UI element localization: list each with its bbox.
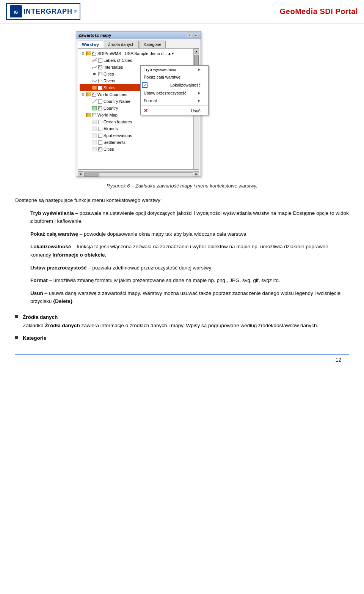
svg-rect-7	[87, 93, 91, 96]
para-usun: Usuń – usuwa daną warstwę z zawartości m…	[30, 289, 349, 306]
bullet-square-kategorie	[15, 336, 18, 339]
checkbox-ocean[interactable]	[98, 120, 102, 124]
checkbox-spot[interactable]	[98, 134, 102, 138]
expander-spot	[87, 134, 91, 137]
checkbox-rivers[interactable]: ✓	[98, 79, 102, 83]
text-ustaw: pozwala zdefiniować przezroczystość dane…	[93, 265, 212, 271]
ctx-usun-label: Usuń	[191, 109, 201, 113]
bullet-zrodla-title-text: Źródła danych	[23, 314, 58, 320]
text-usun-bold: {Delete}	[53, 298, 72, 304]
tree-label-country-name: Country Name	[104, 98, 130, 105]
ctx-tryb[interactable]: Tryb wyświetlania ▶	[141, 66, 208, 73]
expander-interstates	[87, 65, 91, 69]
scroll-right-btn[interactable]: ►	[194, 172, 199, 177]
horizontal-scrollbar[interactable]: ◄ ►	[78, 171, 199, 176]
bullet-content-zrodla: Źródła danych Zakładka Źródła danych zaw…	[23, 313, 318, 329]
point-icon-labels	[92, 58, 97, 63]
wms-icon-world-map	[86, 112, 91, 118]
text-lok-bold: Informacje o obiekcie.	[53, 252, 107, 258]
tab-kategorie[interactable]: Kategorie	[140, 41, 166, 48]
rect-icon-country	[92, 106, 97, 111]
checkbox-states[interactable]: ✓	[98, 86, 102, 90]
tree-node-ocean[interactable]: Ocean features	[80, 118, 197, 125]
tree-label-cities: Cities	[104, 71, 114, 77]
scroll-indicator: ▲▼	[168, 50, 174, 57]
para-tryb: Tryb wyświetlania – pozawala na ustawien…	[30, 209, 349, 225]
checkbox-cities[interactable]: ✓	[98, 72, 102, 76]
dialog-tabs: Warstwy Źródła danych Kategorie	[76, 39, 201, 48]
checkbox-cities2[interactable]: ✓	[98, 147, 102, 151]
tree-label-states: States	[104, 84, 115, 91]
sep-lok: –	[72, 244, 77, 249]
ctx-lok-label: Lokalizowalność	[170, 83, 201, 87]
checkbox-world-map[interactable]: ✓	[92, 113, 96, 117]
bullet-item-kategorie: Kategorie	[15, 334, 349, 342]
logo-trademark: ®	[74, 9, 77, 14]
ctx-separator	[141, 105, 208, 106]
tree-label-spot: Spot elevations	[104, 132, 132, 139]
intro-paragraph: Dostępne są następujące funkcje menu kon…	[15, 196, 349, 205]
dialog-minimize-btn[interactable]: −	[193, 33, 198, 38]
ctx-pokaz[interactable]: Pokaż całą warstwę	[141, 73, 208, 81]
sep-tryb: –	[75, 210, 80, 216]
scroll-up-btn[interactable]: ▲	[194, 49, 199, 54]
ctx-format[interactable]: Format ▶	[141, 97, 208, 104]
bullet-zrodla-desc: Zakładka Źródła danych zawiera informacj…	[23, 321, 318, 330]
screenshot-container: Zawartość mapy « − Warstwy Źródła danych…	[15, 31, 349, 177]
tree-label-interstates: Interstates	[104, 64, 123, 71]
tree-node-spot[interactable]: Spot elevations	[80, 132, 197, 139]
tab-warstwy[interactable]: Warstwy	[78, 41, 103, 48]
sep-ustaw: –	[88, 265, 92, 271]
tree-label-labels: Labels of Cities	[104, 57, 132, 64]
tree-node-labels[interactable]: Labels of Cities	[80, 57, 197, 64]
ctx-lok[interactable]: ✓ Lokalizowalność	[141, 81, 208, 89]
para-ustaw: Ustaw przezroczystość – pozwala zdefinio…	[30, 264, 349, 272]
tree-node-settlements[interactable]: Settlements	[80, 139, 197, 146]
tree-node-cities2[interactable]: ✓ Cities	[80, 146, 197, 153]
checkbox-sdi[interactable]: ✓	[92, 52, 96, 56]
svg-rect-10	[87, 113, 91, 117]
dialog-collapse-btn[interactable]: «	[187, 33, 192, 38]
bullet-content-kategorie: Kategorie	[23, 334, 46, 342]
expander-settlements	[87, 140, 91, 144]
svg-line-8	[92, 99, 97, 103]
page-footer: 12	[15, 354, 349, 363]
tree-label-rivers: Rivers	[104, 77, 115, 84]
line-icon-interstates	[92, 65, 97, 70]
term-lok: Lokalizowalność	[30, 244, 71, 249]
checkbox-interstates[interactable]: ✓	[98, 65, 102, 69]
ctx-ustaw[interactable]: Ustaw przezroczystość ▶	[141, 89, 208, 97]
svg-rect-22	[92, 147, 97, 151]
term-ustaw: Ustaw przezroczystość	[30, 265, 87, 271]
checkbox-world-countries[interactable]: ✓	[92, 93, 96, 97]
expander-world-countries[interactable]: ⊟	[81, 93, 85, 96]
bullet-kategorie-title-text: Kategorie	[23, 335, 46, 341]
checkbox-settlements[interactable]	[98, 140, 102, 145]
expander-world-map[interactable]: ⊟	[81, 113, 85, 117]
bullet-zrodla-title: Źródła danych	[23, 313, 318, 321]
bullet-kategorie-title: Kategorie	[23, 334, 46, 342]
tab-zrodla[interactable]: Źródła danych	[104, 41, 139, 48]
checkbox-country-name[interactable]	[98, 99, 102, 104]
h-scroll-thumb[interactable]	[84, 173, 99, 176]
ctx-usun[interactable]: ✕ Usuń	[141, 106, 208, 115]
context-menu: Tryb wyświetlania ▶ Pokaż całą warstwę ✓…	[140, 65, 209, 115]
text-format: umożliwia zmianę formatu w jakim prezent…	[53, 277, 280, 283]
ctx-pokaz-label: Pokaż całą warstwę	[144, 75, 180, 79]
expander-ocean	[87, 120, 91, 124]
logo-box: IG INTERGRAPH ®	[6, 3, 80, 20]
tree-node-airports[interactable]: Airports	[80, 125, 197, 132]
tree-node-sdi[interactable]: ⊟ ✓ SDIProWMS - USA Sample demo d... ▲▼	[80, 50, 197, 57]
sep-pokaz: –	[80, 231, 84, 237]
ctx-usun-icon: ✕	[144, 108, 148, 113]
checkbox-labels[interactable]	[98, 58, 102, 63]
para-lok: Lokalizowalność – funkcja ta jeśli włącz…	[30, 243, 349, 259]
grid-icon-airports	[92, 126, 97, 131]
bullet-section: Źródła danych Zakładka Źródła danych zaw…	[15, 313, 349, 342]
para-pokaz: Pokaż całą warstwę – powoduje dopasowani…	[30, 230, 349, 238]
ctx-tryb-arrow: ▶	[198, 68, 201, 71]
checkbox-airports[interactable]	[98, 127, 102, 131]
expander-sdi[interactable]: ⊟	[81, 52, 85, 55]
checkbox-country[interactable]: ✓	[98, 106, 102, 110]
scroll-left-btn[interactable]: ◄	[78, 172, 83, 177]
